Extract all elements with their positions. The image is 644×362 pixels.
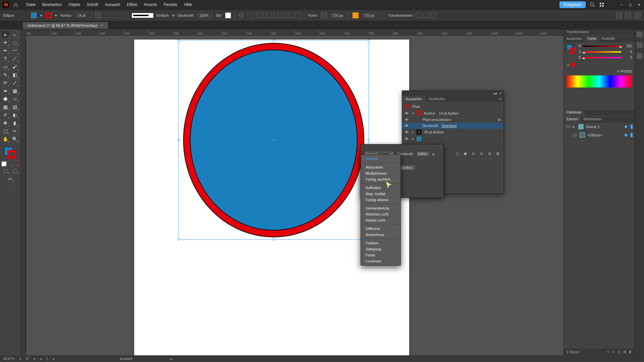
- tab-pathfinder[interactable]: Pathfinder: [564, 110, 585, 116]
- document-tab[interactable]: Unbenannt-1* @ 66,67 % (RGB/Vorschau) ×: [23, 22, 108, 29]
- draw-behind-icon[interactable]: ⬚: [11, 167, 19, 174]
- blend-mode-item[interactable]: Differenz: [361, 226, 400, 232]
- fx-icon[interactable]: fx: [498, 118, 501, 122]
- handle-icon[interactable]: [273, 40, 275, 42]
- width-input[interactable]: [330, 13, 349, 18]
- tab-layers[interactable]: Ebenen: [564, 117, 581, 123]
- menu-object[interactable]: Objekt: [66, 2, 83, 8]
- handle-icon[interactable]: [178, 40, 180, 42]
- blend-mode-item[interactable]: Normal: [361, 156, 400, 162]
- new-stroke-icon[interactable]: ◻: [456, 152, 461, 156]
- stroke-attr-label[interactable]: Kontur:: [424, 111, 436, 115]
- blend-mode-item[interactable]: Sättigung: [361, 246, 400, 252]
- tab-graphicstyles[interactable]: Grafikstile: [425, 96, 448, 102]
- rectangle-tool[interactable]: ▭: [1, 63, 9, 70]
- crop-icon[interactable]: [423, 13, 429, 18]
- isolate-icon[interactable]: [416, 13, 421, 18]
- height-input[interactable]: [362, 13, 381, 18]
- b-slider[interactable]: [583, 56, 621, 59]
- zoom-value[interactable]: 66,67%: [3, 357, 15, 361]
- fill-stroke-indicator[interactable]: [3, 146, 17, 160]
- fill-swatch[interactable]: [31, 12, 37, 18]
- selection-tool[interactable]: ▸: [1, 31, 9, 38]
- stroke-profile-select[interactable]: [132, 13, 153, 18]
- opacity-value-input[interactable]: [417, 151, 430, 157]
- target-icon[interactable]: [625, 134, 627, 136]
- gpu-icon[interactable]: [616, 12, 622, 18]
- share-button[interactable]: Freigeben: [559, 1, 586, 8]
- chevron-down-icon[interactable]: ▾: [55, 13, 57, 18]
- chevron-down-icon[interactable]: ▾: [172, 13, 174, 18]
- libraries-icon[interactable]: [637, 42, 643, 48]
- close-icon[interactable]: ✕: [637, 2, 641, 7]
- rotate-value[interactable]: 0°: [26, 357, 29, 361]
- free-transform-tool[interactable]: ▦: [11, 87, 19, 95]
- stroke-weight-input[interactable]: [76, 13, 92, 18]
- panel-menu-icon[interactable]: ⋮⋮: [361, 144, 443, 149]
- draw-normal-icon[interactable]: ⬚: [1, 167, 9, 174]
- layer-name[interactable]: Ebene 1: [586, 125, 600, 129]
- shape-builder-tool[interactable]: ⬢: [1, 95, 9, 103]
- blend-mode-item[interactable]: Weiches Licht: [361, 211, 400, 217]
- none-mode-icon[interactable]: ╱: [14, 162, 18, 166]
- var-stroke-input[interactable]: [105, 13, 125, 18]
- maximize-icon[interactable]: ◻: [628, 2, 633, 7]
- close-tab-icon[interactable]: ×: [101, 23, 103, 28]
- symbol-sprayer-tool[interactable]: ❋: [1, 119, 9, 127]
- eyedropper-tool[interactable]: ✐: [1, 111, 9, 119]
- object-row[interactable]: <Ellipse>: [564, 131, 635, 139]
- visibility-icon[interactable]: 👁: [405, 124, 410, 128]
- stroke2-attr-value[interactable]: 28 pt Außen: [424, 130, 444, 134]
- tab-appearance[interactable]: Aussehen: [402, 96, 425, 102]
- blend-mode-item[interactable]: Aufhellen: [361, 185, 400, 191]
- comments-icon[interactable]: [637, 53, 643, 59]
- collapse-icon[interactable]: ◂◂: [493, 92, 497, 95]
- stroke-attr-value[interactable]: 14 pt Außen: [438, 111, 458, 115]
- gradient-tool[interactable]: ▤: [11, 103, 19, 111]
- visibility-icon[interactable]: 👁: [405, 111, 410, 115]
- blend-mode-item[interactable]: Abdunkeln: [361, 164, 400, 170]
- tab-transform[interactable]: Transformieren: [564, 29, 592, 36]
- width-tool[interactable]: ⇼: [1, 87, 9, 95]
- chevron-down-icon[interactable]: ▾: [412, 112, 414, 115]
- perspective-tool[interactable]: ▱: [11, 95, 19, 103]
- add-effect-icon[interactable]: fx: [472, 152, 477, 156]
- blend-mode-item[interactable]: Farbton: [361, 240, 400, 246]
- blend-tool[interactable]: ◐: [11, 111, 19, 119]
- edit-toolbar-icon[interactable]: ⋯: [8, 185, 12, 189]
- graph-tool[interactable]: ▮: [11, 119, 19, 127]
- align-bottom-icon[interactable]: [296, 13, 301, 18]
- delete-icon[interactable]: 🗑: [629, 350, 632, 354]
- align-dropdown-icon[interactable]: [251, 13, 257, 18]
- blend-mode-item[interactable]: Ineinanderkop.: [361, 205, 400, 211]
- color-spectrum[interactable]: [567, 75, 632, 87]
- screen-mode-icon[interactable]: ▭: [6, 175, 14, 182]
- direct-selection-tool[interactable]: ▹: [11, 31, 19, 38]
- handle-icon[interactable]: [178, 139, 180, 141]
- link-icon[interactable]: ⬚: [353, 12, 359, 18]
- slice-tool[interactable]: ✂: [11, 127, 19, 135]
- artboard-number[interactable]: 1: [46, 357, 48, 361]
- blend-mode-item[interactable]: Neg. multipl.: [361, 191, 400, 197]
- paintbrush-tool[interactable]: 🖌: [11, 63, 19, 70]
- visibility-icon[interactable]: 👁: [405, 137, 410, 141]
- arrange-icon[interactable]: [431, 13, 436, 18]
- chevron-down-icon[interactable]: ▾: [19, 357, 21, 361]
- menu-edit[interactable]: Bearbeiten: [40, 2, 64, 8]
- artboard-tool[interactable]: ▢: [1, 127, 9, 135]
- close-panel-icon[interactable]: ×: [499, 92, 501, 95]
- line-tool[interactable]: ／: [11, 55, 19, 62]
- curvature-tool[interactable]: 〰: [11, 47, 19, 54]
- new-layer-icon[interactable]: ⊞: [623, 350, 626, 354]
- make-clip-icon[interactable]: ▭: [612, 350, 615, 354]
- lasso-tool[interactable]: ◌: [11, 39, 19, 46]
- fill-stroke-mini[interactable]: [567, 44, 576, 54]
- tab-colorguide[interactable]: Farbhilfe: [599, 36, 618, 42]
- prefs-icon[interactable]: [635, 12, 641, 18]
- pen-tool[interactable]: ✒: [1, 47, 9, 54]
- chevron-down-icon[interactable]: ▾: [34, 357, 35, 361]
- handle-icon[interactable]: [273, 238, 275, 240]
- rotate-tool[interactable]: ⟳: [1, 79, 9, 86]
- align-hcenter-icon[interactable]: [266, 13, 271, 18]
- blend-mode-item[interactable]: Farbig nachbel.: [361, 176, 400, 182]
